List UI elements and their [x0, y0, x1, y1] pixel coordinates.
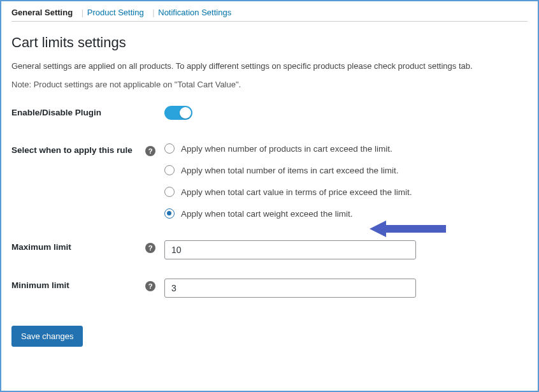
tab-product[interactable]: Product Setting — [87, 5, 149, 21]
rule-option-cart-value[interactable]: Apply when total cart value in terms of … — [164, 187, 528, 197]
enable-plugin-toggle[interactable] — [164, 106, 192, 120]
toggle-knob — [180, 107, 191, 119]
help-icon[interactable]: ? — [145, 146, 155, 156]
radio-icon — [164, 208, 175, 219]
rule-option-products-count[interactable]: Apply when number of products in cart ex… — [164, 143, 528, 154]
rule-option-items-count[interactable]: Apply when total number of items in cart… — [164, 165, 528, 175]
radio-icon — [164, 187, 175, 197]
min-limit-input[interactable] — [164, 279, 416, 298]
min-limit-label: Minimum limit — [11, 279, 145, 290]
select-rule-label: Select when to apply this rule — [11, 143, 145, 155]
rule-option-label: Apply when total cart weight exceed the … — [181, 209, 352, 219]
max-limit-label: Maximum limit — [11, 240, 145, 252]
tab-notification[interactable]: Notification Settings — [158, 5, 236, 21]
help-icon[interactable]: ? — [145, 243, 155, 253]
tab-general[interactable]: General Setting — [11, 5, 78, 21]
radio-icon — [164, 143, 175, 154]
rule-option-label: Apply when total number of items in cart… — [181, 166, 398, 175]
tab-separator: | — [151, 8, 155, 17]
save-button[interactable]: Save changes — [11, 326, 83, 347]
page-note: Note: Product settings are not applicabl… — [11, 80, 528, 89]
max-limit-input[interactable] — [164, 240, 416, 259]
enable-plugin-label: Enable/Disable Plugin — [11, 106, 145, 117]
page-title: Cart limits settings — [11, 34, 528, 51]
rule-option-label: Apply when number of products in cart ex… — [181, 144, 392, 154]
help-icon[interactable]: ? — [145, 281, 155, 291]
radio-icon — [164, 165, 175, 175]
page-description: General settings are applied on all prod… — [11, 61, 528, 71]
tab-separator: | — [80, 8, 85, 17]
rule-option-cart-weight[interactable]: Apply when total cart weight exceed the … — [164, 208, 528, 219]
tabs-nav: General Setting | Product Setting | Noti… — [11, 5, 528, 22]
rule-option-label: Apply when total cart value in terms of … — [181, 187, 412, 197]
